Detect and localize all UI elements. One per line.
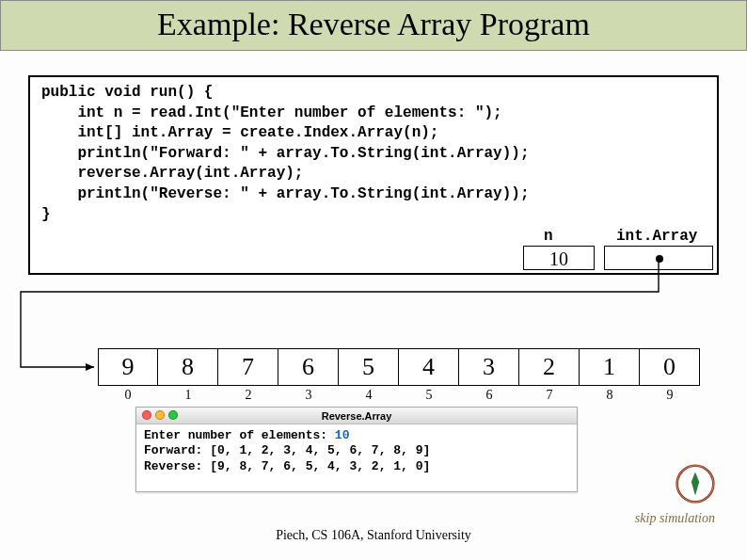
array-cell: 2 (519, 348, 580, 386)
array-index: 7 (519, 388, 580, 403)
console-titlebar: Reverse.Array (136, 408, 577, 424)
array-cell: 8 (158, 348, 218, 386)
footer-text: Piech, CS 106A, Stanford University (0, 528, 747, 543)
array-index: 0 (98, 388, 158, 403)
array-index: 5 (399, 388, 459, 403)
skip-simulation-link[interactable]: skip simulation (635, 511, 715, 526)
array-index: 9 (640, 388, 700, 403)
array-index-row: 0 1 2 3 4 5 6 7 8 9 (98, 388, 700, 403)
pointer-dot-icon (656, 255, 663, 263)
array-cell: 3 (459, 348, 519, 386)
array-index: 6 (459, 388, 519, 403)
minimize-icon[interactable] (155, 410, 165, 420)
array-cell: 9 (98, 348, 158, 386)
array-cells-row: 9 8 7 6 5 4 3 2 1 0 (98, 348, 700, 386)
array-index: 8 (580, 388, 640, 403)
zoom-icon[interactable] (168, 410, 178, 420)
var-n-value: 10 (523, 246, 595, 270)
console-window: Reverse.Array Enter number of elements: … (135, 407, 578, 492)
close-icon[interactable] (142, 410, 151, 420)
array-cell: 5 (339, 348, 399, 386)
var-n-label: n (544, 228, 553, 245)
user-input: 10 (335, 428, 350, 442)
array-index: 2 (218, 388, 278, 403)
array-cell: 6 (278, 348, 339, 386)
array-cell: 0 (640, 348, 700, 386)
stanford-seal-icon (675, 464, 715, 504)
console-output: Enter number of elements: 10 Forward: [0… (136, 424, 577, 491)
array-index: 4 (339, 388, 399, 403)
slide-title: Example: Reverse Array Program (0, 0, 747, 51)
array-index: 1 (158, 388, 218, 403)
array-cell: 7 (218, 348, 278, 386)
array-index: 3 (278, 388, 339, 403)
var-intarray-label: int.Array (616, 228, 697, 245)
console-title: Reverse.Array (322, 410, 392, 422)
array-cell: 4 (399, 348, 459, 386)
array-cell: 1 (580, 348, 640, 386)
var-intarray-pointer (604, 246, 713, 270)
